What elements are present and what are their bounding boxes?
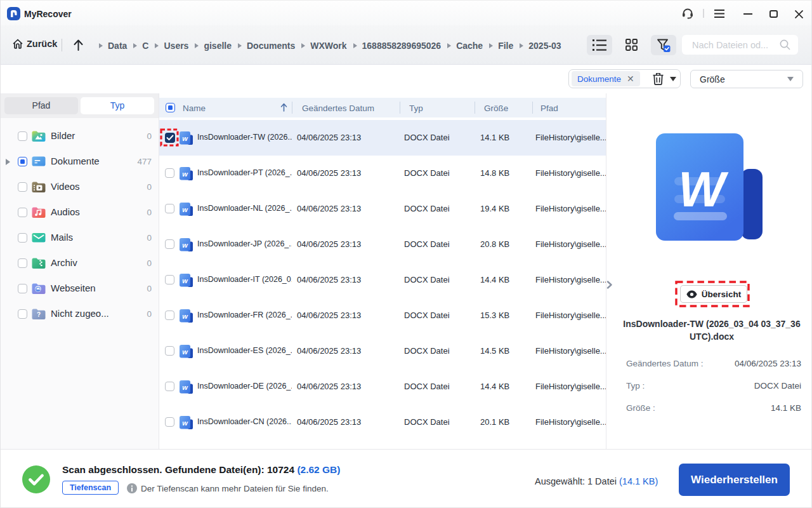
svg-text:w: w: [182, 312, 188, 320]
svg-text:?: ?: [37, 311, 41, 318]
svg-text:w: w: [182, 384, 188, 391]
svg-text:w: w: [182, 277, 188, 284]
svg-text:w: w: [182, 348, 188, 356]
svg-text:w: w: [182, 135, 188, 142]
svg-text:w: w: [182, 419, 188, 427]
svg-text:W: W: [678, 161, 729, 217]
svg-text:w: w: [182, 170, 188, 178]
svg-text:w: w: [182, 241, 188, 249]
svg-text:w: w: [182, 206, 188, 213]
